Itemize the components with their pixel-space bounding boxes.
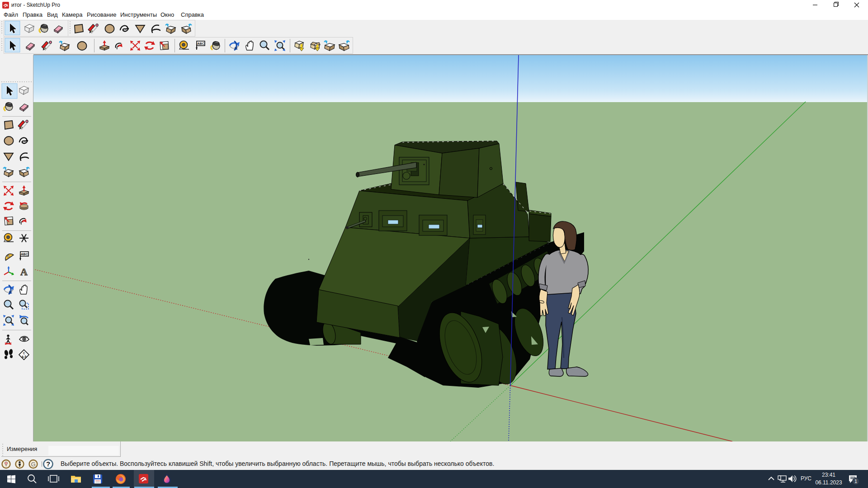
svg-text:06.11.2023: 06.11.2023 [815,479,842,486]
svg-text:ABC: ABC [21,252,28,256]
svg-text:РУС: РУС [801,475,811,482]
svg-text:ABC: ABC [197,42,205,46]
svg-text:A-5: A-5 [22,355,27,358]
svg-text:23:41: 23:41 [822,472,835,478]
svg-text:G: G [31,461,35,468]
svg-text:?: ? [46,460,50,468]
svg-text:A: A [20,266,28,277]
svg-text:1: 1 [854,479,857,484]
svg-text:C: C [23,352,25,355]
